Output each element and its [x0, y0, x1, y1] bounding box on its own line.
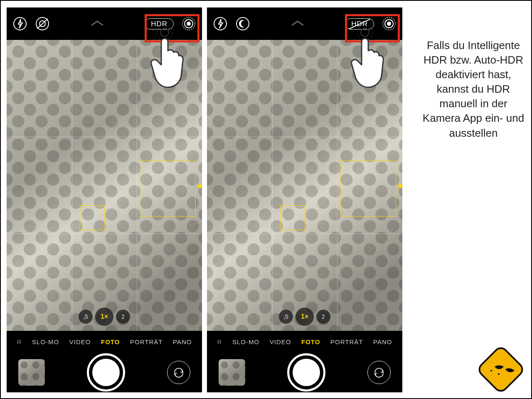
live-photo-icon[interactable]: [181, 16, 196, 31]
zoom-option[interactable]: 2: [316, 310, 330, 324]
caption-text: Falls du Intelligente HDR bzw. Auto-HDR …: [421, 38, 525, 140]
mode-item[interactable]: SLO-MO: [232, 338, 259, 345]
camera-screenshot-hdr-off: HDR ,5 1× 2: [207, 7, 402, 392]
mode-item-active[interactable]: FOTO: [101, 338, 120, 345]
hdr-button[interactable]: HDR: [145, 18, 174, 30]
exposure-sun-icon[interactable]: [198, 184, 202, 188]
mode-item-active[interactable]: FOTO: [301, 338, 320, 345]
hdr-label: HDR: [151, 20, 167, 28]
exposure-sun-icon[interactable]: [398, 184, 402, 188]
zoom-selector[interactable]: ,5 1× 2: [79, 308, 130, 326]
focus-indicator-small: [80, 205, 105, 230]
shutter-button[interactable]: [87, 353, 125, 392]
focus-indicator-large: [340, 160, 396, 217]
mode-item[interactable]: VIDEO: [270, 338, 291, 345]
night-mode-icon[interactable]: [35, 16, 50, 31]
camera-viewfinder[interactable]: ,5 1× 2: [207, 40, 402, 331]
zoom-option[interactable]: ,5: [79, 310, 93, 324]
flash-icon[interactable]: [12, 16, 27, 31]
mode-item[interactable]: PANO: [373, 338, 392, 345]
svg-line-3: [37, 19, 48, 29]
focus-indicator-large: [140, 160, 196, 217]
mode-selector[interactable]: R SLO-MO VIDEO FOTO PORTRÄT PANO: [7, 331, 202, 351]
chevron-up-icon[interactable]: [288, 20, 307, 28]
mode-item[interactable]: PANO: [173, 338, 192, 345]
chevron-up-icon[interactable]: [88, 20, 106, 28]
gallery-thumbnail[interactable]: [18, 359, 45, 386]
camera-flip-button[interactable]: [167, 361, 190, 384]
zoom-option[interactable]: 2: [116, 310, 130, 324]
shutter-button[interactable]: [287, 353, 325, 392]
zoom-option-active[interactable]: 1×: [95, 308, 113, 326]
flash-icon[interactable]: [213, 16, 228, 31]
camera-viewfinder[interactable]: ,5 1× 2: [7, 40, 202, 331]
svg-rect-16: [478, 347, 524, 392]
svg-point-10: [236, 17, 249, 30]
mode-item[interactable]: PORTRÄT: [330, 338, 363, 345]
mode-item[interactable]: PORTRÄT: [130, 338, 163, 345]
night-mode-icon[interactable]: [235, 16, 250, 31]
zoom-selector[interactable]: ,5 1× 2: [279, 308, 330, 326]
svg-point-4: [187, 22, 191, 26]
hdr-button-off[interactable]: HDR: [345, 18, 374, 30]
svg-point-11: [387, 22, 391, 26]
svg-point-17: [490, 370, 492, 372]
live-photo-icon[interactable]: [382, 16, 397, 31]
focus-indicator-small: [280, 205, 305, 230]
svg-point-18: [498, 373, 500, 375]
mode-item[interactable]: VIDEO: [69, 338, 91, 345]
mode-truncated: R: [17, 338, 22, 345]
mode-truncated: R: [217, 338, 222, 345]
mode-item[interactable]: SLO-MO: [32, 338, 59, 345]
camera-flip-button[interactable]: [367, 361, 391, 384]
mode-selector[interactable]: R SLO-MO VIDEO FOTO PORTRÄT PANO: [207, 331, 402, 351]
brand-logo-icon: [478, 347, 524, 392]
gallery-thumbnail[interactable]: [219, 359, 245, 386]
zoom-option-active[interactable]: 1×: [296, 308, 314, 326]
zoom-option[interactable]: ,5: [279, 310, 293, 324]
camera-screenshot-hdr-on: HDR ,5 1× 2 R: [7, 7, 202, 392]
